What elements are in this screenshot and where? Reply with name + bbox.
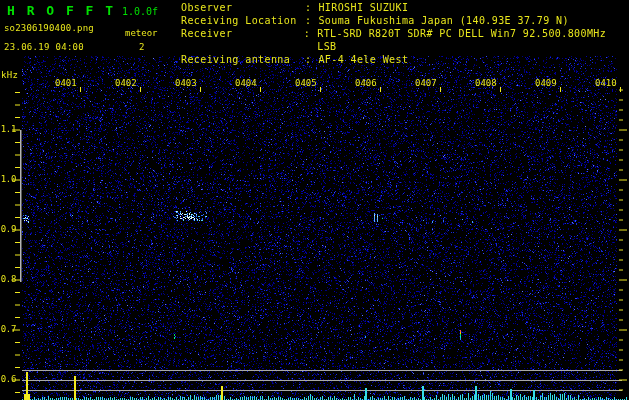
freq-tick-label: 0.7: [0, 324, 16, 335]
freq-tick-label: 1.1: [0, 124, 16, 135]
station-info-row: Receiver:RTL-SRD R820T SDR# PC DELL Win7…: [181, 27, 629, 53]
info-value: RTL-SRD R820T SDR# PC DELL Win7 92.500.8…: [310, 27, 629, 53]
output-filename: so2306190400.png: [4, 23, 94, 33]
time-tick-label: 0405: [295, 79, 317, 88]
info-value: AF-4 4ele West: [311, 53, 408, 66]
time-tick-label: 0404: [235, 79, 257, 88]
freq-tick-label: 0.6: [0, 374, 16, 385]
hrofft-window: H R O F F T 1.0.0f so2306190400.png mete…: [0, 0, 629, 400]
info-value: Souma Fukushima Japan (140.93E 37.79 N): [311, 14, 568, 27]
meteor-count-value: 2: [139, 42, 144, 52]
info-label: Observer: [181, 1, 305, 14]
station-info-row: Receiving antenna:AF-4 4ele West: [181, 53, 629, 66]
info-label: Receiving antenna: [181, 53, 305, 66]
meteor-count-label: meteor: [125, 28, 158, 38]
time-tick-label: 0409: [535, 79, 557, 88]
freq-tick-label: 0.9: [0, 224, 16, 235]
y-axis-unit-label: kHz: [1, 70, 18, 80]
time-tick-label: 0401: [55, 79, 77, 88]
time-tick-label: 0406: [355, 79, 377, 88]
info-value: HIROSHI SUZUKI: [311, 1, 408, 14]
capture-datetime: 23.06.19 04:00: [4, 42, 84, 52]
time-tick-label: 0408: [475, 79, 497, 88]
info-label: Receiving Location: [181, 14, 305, 27]
info-label: Receiver: [181, 27, 304, 53]
time-tick-label: 0403: [175, 79, 197, 88]
station-info-row: Receiving Location:Souma Fukushima Japan…: [181, 14, 629, 27]
freq-tick-label: 0.8: [0, 274, 16, 285]
time-tick-label: 0410: [595, 79, 617, 88]
app-version: 1.0.0f: [122, 6, 158, 17]
station-info-row: Observer:HIROSHI SUZUKI: [181, 1, 629, 14]
app-title: H R O F F T: [7, 3, 115, 18]
time-tick-label: 0402: [115, 79, 137, 88]
time-tick-label: 0407: [415, 79, 437, 88]
freq-tick-label: 1.0: [0, 174, 16, 185]
station-info-block: Observer:HIROSHI SUZUKIReceiving Locatio…: [181, 1, 629, 66]
